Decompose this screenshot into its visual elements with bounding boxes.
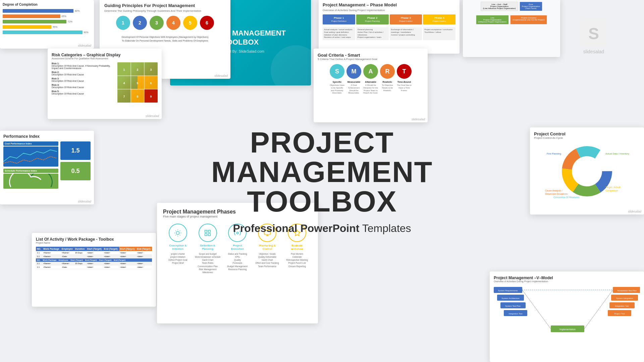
step-2: 2 (133, 16, 147, 30)
desc-r: To Objective Needs to be Realistic. (380, 84, 395, 95)
col-emp: Employee (61, 247, 74, 251)
smart-goals-slide[interactable]: Goal Criteria - Smart 5 Criteria That De… (314, 49, 428, 122)
col-start1: Start (Target) (86, 247, 103, 251)
vmodel-title: Project Management –V–Model (494, 276, 640, 280)
main-title-line2: TOOLBOX (161, 187, 483, 216)
slidesalad-logo-area: S slidesalad (560, 20, 627, 54)
conception-label: Conception &Initiation (169, 244, 186, 250)
guiding-circles: 1 2 3 4 5 6 (104, 16, 226, 30)
subtitle-bold: Professional PowerPoint (233, 222, 359, 234)
vmodel-sub: Overview of Activities During Project Im… (494, 280, 640, 283)
perf-chart-area: Cost Performance Index Schedule Performa… (3, 141, 91, 189)
svg-point-42 (574, 158, 600, 185)
step-5: 5 (183, 16, 197, 30)
risk-sub: Assessment Scheme For Qualitative Risk A… (52, 57, 158, 60)
svg-text:Conception Of Measures: Conception Of Measures (553, 196, 580, 198)
activity-list-slide[interactable]: List Of Activity / Work Package - Toolbo… (32, 233, 156, 307)
perf-left: Cost Performance Index Schedule Performa… (3, 141, 58, 189)
col-wp: Work Package (42, 247, 61, 251)
svg-text:2: 2 (137, 68, 138, 71)
org-chart-slide[interactable]: Line – And – StaffProject Organization(L… (463, 0, 560, 57)
risk-matrix: 1 2 3 4 5 6 7 8 9 (117, 62, 158, 103)
watermark-bar: slidesalad (78, 44, 91, 47)
smart-t: T (397, 64, 412, 79)
label-m: Measurable (346, 81, 361, 83)
label-r: Realistic (380, 81, 395, 83)
phase-2: Phase 2Project Planning (356, 14, 389, 24)
svg-text:Integration Test: Integration Test (509, 313, 523, 315)
vmodel-slide[interactable]: Project Management –V–Model Overview of … (490, 272, 644, 362)
svg-text:4: 4 (123, 81, 125, 85)
cost-value: 1.5 (60, 141, 91, 160)
smart-descriptions: Objectives Have to be Specific and Posit… (318, 84, 424, 95)
smart-a: A (363, 64, 378, 79)
risk-content: Risk 1:Description Of Risk And Cause, If… (52, 62, 158, 103)
monitoring-label: Monitoring &Control (259, 244, 275, 250)
col-end1: End (Target) (103, 247, 119, 251)
risk-title: Risk Categories – Graphical Display (52, 53, 158, 57)
svg-text:9: 9 (150, 95, 152, 98)
org-row-2: LineProject Organization(Influence Proje… (466, 15, 557, 24)
table-row: 1.1<Name>-Gate-<date><date><date><date> (36, 265, 152, 269)
phase-model-slide[interactable]: Project Management – Phase Model Overvie… (319, 0, 460, 54)
svg-text:Target / Actual: Target / Actual (605, 186, 621, 189)
svg-line-68 (522, 290, 551, 329)
svg-line-23 (180, 235, 180, 235)
svg-text:3: 3 (150, 68, 152, 71)
desc-t: The Goal Has to Have a Time Frame. (397, 84, 412, 95)
risk-3: Risk 3:Description Of Risk And Cause (52, 77, 114, 82)
svg-line-26 (175, 235, 176, 235)
guiding-sub: Determine The Guiding Philosophy Through… (104, 9, 226, 12)
svg-text:1: 1 (123, 68, 125, 71)
svg-text:Implementation: Implementation (559, 328, 576, 331)
svg-text:Actual Data / Inventory: Actual Data / Inventory (605, 153, 629, 155)
risk-2: Risk 2:Description Of Risk And Cause (52, 71, 114, 76)
main-title-line1: PROJECT MANAGEMENT (161, 128, 483, 187)
main-title-area: PROJECT MANAGEMENT TOOLBOX Professional … (161, 128, 483, 235)
svg-text:Determine Deviations: Determine Deviations (545, 193, 568, 195)
performance-index-slide[interactable]: Performance Index Cost Performance Index… (0, 131, 94, 204)
step-4: 4 (166, 16, 180, 30)
svg-rect-1 (117, 76, 138, 89)
desc-m: A Goal Achievement Should be Measurable. (346, 84, 361, 95)
activity-title: List Of Activity / Work Package - Toolbo… (36, 237, 152, 242)
col-start2: Start (Target) (119, 247, 136, 251)
control-title: Project Control (534, 131, 640, 136)
main-subtitle: Professional PowerPoint Templates (161, 222, 483, 235)
perf-right: 1.5 0.5 (60, 141, 91, 189)
risk-categories-slide[interactable]: Risk Categories – Graphical Display Asse… (48, 49, 162, 119)
smart-circles: S M A R T (318, 64, 424, 79)
svg-text:Acceptance Test Plan: Acceptance Test Plan (617, 290, 637, 292)
watermark-perf: slidesalad (78, 200, 91, 203)
svg-text:Integration Test: Integration Test (615, 305, 629, 307)
org-pure: PureProject Organization(Task Force) (520, 2, 542, 11)
smart-r: R (380, 64, 395, 79)
svg-text:8: 8 (137, 95, 138, 98)
col-no: NO. (36, 247, 42, 251)
table-row: 1.1<Name>-Gate-<date><date><date><date> (36, 255, 152, 258)
step-3: 3 (150, 16, 164, 30)
col-dur: Duration (74, 247, 86, 251)
control-chart: Fine Planning Actual Data / Inventory Ta… (534, 143, 640, 200)
activity-sub: Project Name (36, 242, 152, 244)
guiding-title: Guiding Principles For Project Managemen… (104, 3, 226, 8)
subtitle-rest: Templates (359, 222, 411, 234)
org-company: Project Company(Organizational Unit For … (510, 15, 547, 24)
org-row-1: Line – And – StaffProject Organization(L… (466, 2, 557, 11)
svg-text:Comparison: Comparison (605, 189, 618, 192)
desc-a: It Should be Attractive for the Project … (363, 84, 378, 95)
svg-rect-2 (138, 76, 158, 89)
bar-chart-slide[interactable]: Degree of Completion 80% 65% 72% 55% 90%… (0, 0, 94, 49)
svg-text:System Requirements: System Requirements (498, 290, 518, 292)
control-sub: Project Control As Cycle (534, 136, 640, 139)
risk-5: Risk 5:Description Of Risk And Cause (52, 90, 114, 95)
smart-sub: 5 Criteria That Define A Project Managem… (318, 58, 424, 61)
evaluate-label: Evaluateand close (291, 244, 303, 250)
perf-gauge (3, 174, 58, 189)
desc-s: Objectives Have to be Specific and Posit… (330, 84, 344, 95)
step-1: 1 (116, 16, 130, 30)
svg-text:7: 7 (123, 95, 125, 98)
vmodel-chart: System Requirements System Architecture … (494, 285, 640, 339)
project-control-slide[interactable]: Project Control Project Control As Cycle… (530, 127, 644, 215)
bar-chart-rows: 80% 65% 72% 55% 90% (3, 9, 91, 34)
